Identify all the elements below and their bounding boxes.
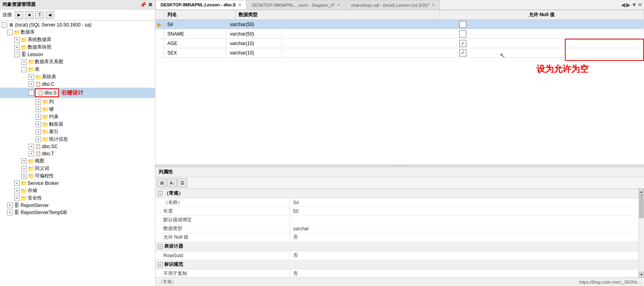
props-az-btn[interactable]: A↓ xyxy=(167,179,177,187)
tab-diagram-close[interactable]: ✕ xyxy=(337,3,340,7)
expand-rs[interactable]: + xyxy=(7,203,13,208)
tab-sql-close[interactable]: ✕ xyxy=(432,3,435,7)
tree-system-db[interactable]: + 📁 系统数据库 xyxy=(0,36,155,43)
expand-dbo-sc[interactable]: + xyxy=(28,144,34,149)
cell-null-age[interactable]: ✓ xyxy=(282,39,644,48)
props-row-name[interactable]: （名称） S# xyxy=(155,198,638,207)
expand-keys[interactable]: + xyxy=(36,107,41,112)
expand-sb[interactable]: + xyxy=(14,181,20,186)
nullable-checkbox-s#[interactable] xyxy=(459,21,466,28)
tree-db-diagram[interactable]: + 📁 数据库关系图 xyxy=(0,58,155,66)
stop-btn[interactable]: ■ xyxy=(25,11,34,19)
props-body[interactable]: - （常规） （名称） S# 长度 50 xyxy=(155,189,638,277)
tab-sql[interactable]: charushuju.sql - (local).Lesson (sa (53)… xyxy=(346,0,440,9)
tab-menu[interactable]: ▼ xyxy=(631,2,637,8)
tree-indexes[interactable]: + 📁 索引 xyxy=(0,128,155,135)
cell-name-s#[interactable]: S# xyxy=(164,20,227,29)
expand-stats[interactable]: + xyxy=(36,137,41,142)
expand-synonyms[interactable]: + xyxy=(21,166,27,171)
expand-views[interactable]: + xyxy=(21,158,27,164)
expand-diagram[interactable]: + xyxy=(21,59,27,65)
expand-snapshot[interactable]: + xyxy=(14,45,20,50)
expand-systables[interactable]: + xyxy=(28,74,34,80)
expand-general[interactable]: - xyxy=(158,191,163,196)
expand-storage[interactable]: + xyxy=(14,188,20,194)
scroll-track[interactable] xyxy=(639,194,644,272)
props-row-datatype[interactable]: 数据类型 varchar xyxy=(155,224,638,233)
tree-db-folder[interactable]: - 📁 数据库 xyxy=(0,28,155,36)
expand-identity[interactable]: - xyxy=(158,262,163,267)
filter-btn[interactable]: T xyxy=(35,11,44,19)
expand-prog[interactable]: + xyxy=(21,173,27,179)
expand-tables[interactable]: - xyxy=(21,67,27,72)
tree-reportserver[interactable]: + 🗄 ReportServer xyxy=(0,202,155,209)
expand-designer[interactable]: - xyxy=(158,244,163,249)
connect-label[interactable]: 连接· xyxy=(2,11,13,18)
cell-name-sname[interactable]: SNAME xyxy=(164,29,227,38)
expand-indexes[interactable]: + xyxy=(36,129,41,135)
tree-sys-tables[interactable]: + 📁 系统表 xyxy=(0,73,155,81)
refresh-btn[interactable]: ▶ xyxy=(15,11,23,19)
tree-dbo-t[interactable]: + 📋 dbo.T xyxy=(0,150,155,157)
expand-triggers[interactable]: + xyxy=(36,122,41,127)
props-cat-btn[interactable]: ☰ xyxy=(178,179,187,187)
cell-name-sex[interactable]: SEX xyxy=(164,48,227,57)
section-header-identity[interactable]: - 标识规范 xyxy=(155,260,638,269)
tab-dbo-s-close[interactable]: ✕ xyxy=(238,3,241,7)
tree-reportserver-temp[interactable]: + 🗄 ReportServerTempDB xyxy=(0,209,155,216)
table-row-sname[interactable]: SNAME varchar(50) xyxy=(155,29,644,39)
cell-name-age[interactable]: AGE xyxy=(164,39,227,48)
tree-db-snapshot[interactable]: + 📁 数据库快照 xyxy=(0,43,155,51)
tree-keys[interactable]: + 📁 键 xyxy=(0,105,155,113)
tree-stats[interactable]: + 📁 统计信息 xyxy=(0,135,155,143)
expand-dbo-s[interactable]: - xyxy=(28,90,34,96)
expand-sysdb[interactable]: + xyxy=(14,37,20,43)
sidebar-tree[interactable]: - 🖥 (local) (SQL Server 10.50.1600 - sa)… xyxy=(0,21,155,286)
nullable-checkbox-age[interactable]: ✓ xyxy=(459,40,466,47)
tree-server-root[interactable]: - 🖥 (local) (SQL Server 10.50.1600 - sa) xyxy=(0,21,155,28)
props-row-noreplicate[interactable]: 不用于复制 否 xyxy=(155,269,638,277)
section-header-general[interactable]: - （常规） xyxy=(155,189,638,198)
expand-cols[interactable]: + xyxy=(36,99,41,105)
tree-service-broker[interactable]: + 📁 Service Broker xyxy=(0,180,155,187)
scroll-down-btn[interactable]: ▼ xyxy=(639,272,644,277)
tree-synonyms[interactable]: + 📁 同义词 xyxy=(0,165,155,172)
props-grid-btn[interactable]: ⊞ xyxy=(157,179,167,187)
tab-dbo-s[interactable]: DESKTOP-8M5APNL.Lesson - dbo.S ✕ xyxy=(155,0,246,9)
tree-triggers[interactable]: + 📁 触发器 xyxy=(0,120,155,128)
tree-security[interactable]: + 📁 安全性 xyxy=(0,194,155,202)
props-row-default[interactable]: 默认值或绑定 xyxy=(155,216,638,224)
expand-lesson[interactable]: - xyxy=(14,52,20,57)
tree-dbo-c[interactable]: + 📋 dbo.C xyxy=(0,81,155,88)
props-scrollbar[interactable]: ▲ ▼ xyxy=(638,189,644,277)
cell-null-sname[interactable] xyxy=(282,29,644,38)
section-header-designer[interactable]: - 表设计器 xyxy=(155,242,638,251)
close-icon[interactable]: ✕ xyxy=(148,2,153,8)
table-row-s#[interactable]: ▶ S# varchar(50) xyxy=(155,20,644,29)
nullable-checkbox-sname[interactable] xyxy=(459,30,466,38)
pin-icon[interactable]: 📌 xyxy=(140,2,146,8)
tree-tables-folder[interactable]: - 📁 表 xyxy=(0,66,155,73)
cell-null-s#[interactable] xyxy=(282,20,644,29)
expand-constraints[interactable]: + xyxy=(36,114,41,120)
props-row-nullable[interactable]: 允许 Null 值 否 xyxy=(155,233,638,242)
expand-rstemp[interactable]: + xyxy=(7,210,13,215)
cell-null-sex[interactable]: ✓ xyxy=(282,48,644,57)
expand-dbo-c[interactable]: + xyxy=(28,81,34,87)
expand-dbo-t[interactable]: + xyxy=(28,151,34,156)
tab-diagram[interactable]: DESKTOP-8M5APNL....sson - Diagram_0* ✕ xyxy=(247,0,345,9)
window-close[interactable]: ✕ xyxy=(638,2,642,8)
tab-scroll-left[interactable]: ◀ xyxy=(621,2,625,8)
scroll-up-btn[interactable]: ▲ xyxy=(639,189,644,194)
tree-storage[interactable]: + 📁 存储 xyxy=(0,187,155,194)
expand-server[interactable]: - xyxy=(2,22,7,28)
tree-lesson-db[interactable]: - 🗄 Lesson xyxy=(0,51,155,58)
tab-scroll-right[interactable]: ▶ xyxy=(626,2,631,8)
tree-columns[interactable]: + 📁 列 xyxy=(0,98,155,105)
tree-dbo-s-row[interactable]: - 📋 dbo.S 右键设计 xyxy=(0,88,155,98)
props-row-rowguid[interactable]: RowGuid 否 xyxy=(155,251,638,260)
back-btn[interactable]: ◀ xyxy=(45,11,54,19)
table-row-age[interactable]: AGE varchar(10) ✓ xyxy=(155,39,644,48)
table-row-sex[interactable]: SEX varchar(10) ✓ xyxy=(155,48,644,58)
scroll-thumb[interactable] xyxy=(639,194,644,218)
